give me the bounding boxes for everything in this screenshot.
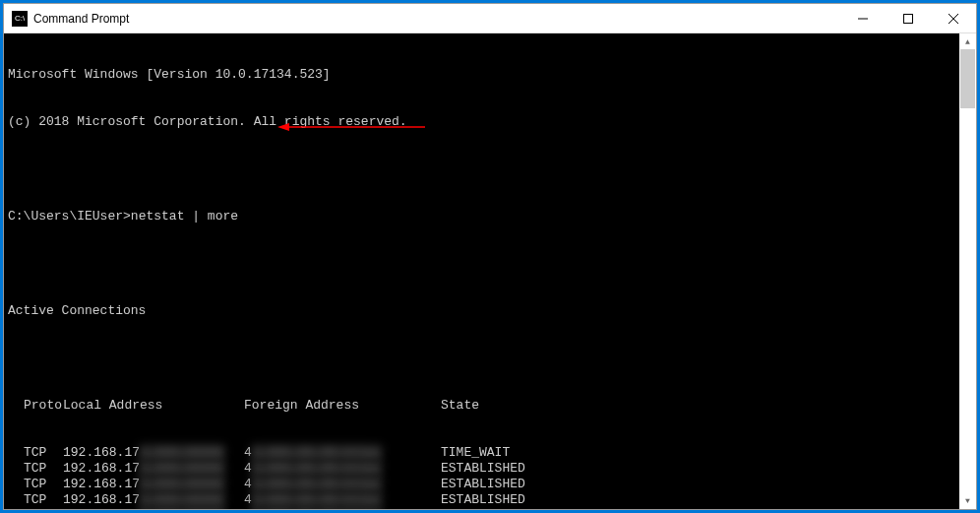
redacted-text: 9.999.99.99:https <box>252 461 383 477</box>
table-row: TCP192.168.179.999:9999949.999.99.99:htt… <box>8 492 972 508</box>
cell-local-address: 192.168.179.999:99999 <box>63 477 244 492</box>
prompt-text: C:\Users\IEUser> <box>8 209 131 224</box>
cell-local-address: 192.168.179.999:99999 <box>63 461 244 477</box>
cell-local-address: 192.168.179.999:99999 <box>63 508 244 509</box>
section-title: Active Connections <box>8 303 972 319</box>
scroll-down-icon[interactable]: ▼ <box>959 492 976 509</box>
redacted-text: 9.999.99.99:https <box>252 445 383 461</box>
titlebar[interactable]: C:\ Command Prompt <box>4 4 976 33</box>
cell-state: ESTABLISHED <box>441 492 972 508</box>
redacted-text: 9.999:99999 <box>140 445 224 461</box>
scrollbar[interactable]: ▲ ▼ <box>959 33 976 509</box>
cell-local-address: 192.168.179.999:99999 <box>63 492 244 508</box>
cell-state: ESTABLISHED <box>441 508 972 509</box>
redacted-text: 9.999:99999 <box>140 492 224 508</box>
cell-foreign-address: 49.999.99.99:https <box>244 508 441 509</box>
cell-state: TIME_WAIT <box>441 445 972 461</box>
redacted-text: 9.999.99.99:https <box>252 508 383 509</box>
header-local: Local Address <box>63 398 244 414</box>
cell-foreign-address: 49.999.99.99:https <box>244 445 441 461</box>
maximize-icon <box>903 14 913 24</box>
terminal-output[interactable]: Microsoft Windows [Version 10.0.17134.52… <box>4 33 976 509</box>
cell-proto: TCP <box>8 461 63 477</box>
blank-line <box>8 256 972 272</box>
table-row: TCP192.168.179.999:9999949.999.99.99:htt… <box>8 445 972 461</box>
scrollbar-thumb[interactable] <box>960 49 975 108</box>
redacted-text: 9.999:99999 <box>140 508 224 509</box>
command-text: netstat | more <box>131 209 238 224</box>
close-button[interactable] <box>931 4 976 32</box>
header-proto: Proto <box>8 398 63 414</box>
redacted-text: 9.999.99.99:https <box>252 492 383 508</box>
table-header: Proto Local Address Foreign Address Stat… <box>8 398 972 414</box>
cell-proto: TCP <box>8 492 63 508</box>
command-prompt-window: C:\ Command Prompt Microsoft Windows [Ve… <box>3 3 977 510</box>
prompt-line: C:\Users\IEUser>netstat | more <box>8 209 972 224</box>
cell-proto: TCP <box>8 477 63 492</box>
redacted-text: 9.999:99999 <box>140 477 224 492</box>
table-row: TCP192.168.179.999:9999949.999.99.99:htt… <box>8 477 972 492</box>
minimize-button[interactable] <box>840 4 886 32</box>
cell-state: ESTABLISHED <box>441 461 972 477</box>
banner-line: (c) 2018 Microsoft Corporation. All righ… <box>8 114 972 130</box>
cell-foreign-address: 49.999.99.99:https <box>244 477 441 492</box>
cell-state: ESTABLISHED <box>441 477 972 492</box>
cell-proto: TCP <box>8 508 63 509</box>
banner-line: Microsoft Windows [Version 10.0.17134.52… <box>8 67 972 83</box>
cell-local-address: 192.168.179.999:99999 <box>63 445 244 461</box>
blank-line <box>8 161 972 177</box>
cell-foreign-address: 49.999.99.99:https <box>244 492 441 508</box>
header-state: State <box>441 398 972 414</box>
redacted-text: 9.999:99999 <box>140 461 224 477</box>
window-title: Command Prompt <box>33 12 129 26</box>
table-row: TCP192.168.179.999:9999949.999.99.99:htt… <box>8 461 972 477</box>
maximize-button[interactable] <box>886 4 931 32</box>
scroll-up-icon[interactable]: ▲ <box>959 33 976 50</box>
redacted-text: 9.999.99.99:https <box>252 477 383 492</box>
minimize-icon <box>858 14 868 24</box>
blank-line <box>8 351 972 366</box>
header-foreign: Foreign Address <box>244 398 441 414</box>
close-icon <box>949 14 958 24</box>
cmd-icon: C:\ <box>12 11 28 27</box>
cell-proto: TCP <box>8 445 63 461</box>
table-row: TCP192.168.179.999:9999949.999.99.99:htt… <box>8 508 972 509</box>
cell-foreign-address: 49.999.99.99:https <box>244 461 441 477</box>
svg-rect-1 <box>904 14 913 23</box>
